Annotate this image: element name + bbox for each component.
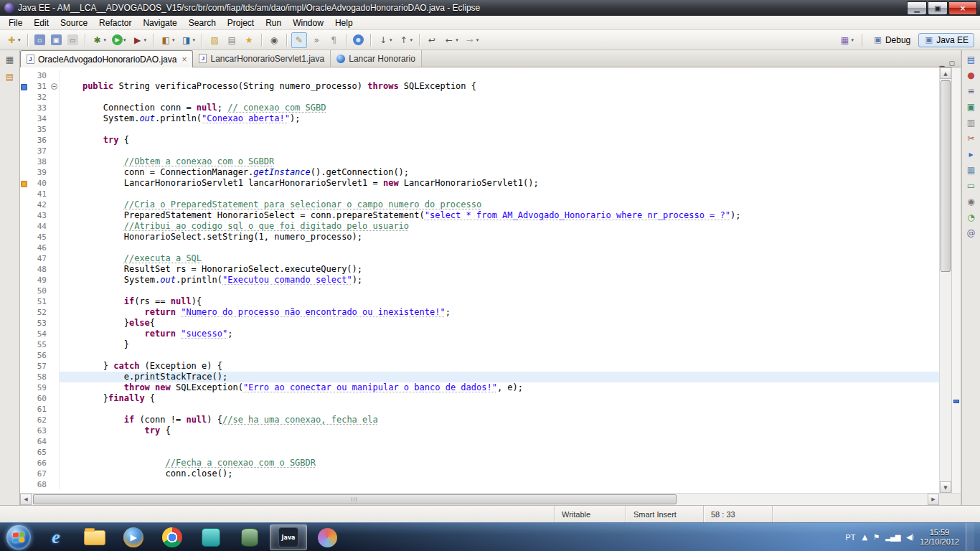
- media-player-taskbar-button[interactable]: ▶: [115, 524, 152, 550]
- code-text[interactable]: [60, 447, 939, 458]
- vertical-scrollbar[interactable]: ▲ ▼: [939, 67, 951, 493]
- marker-column[interactable]: [20, 113, 27, 124]
- line-number[interactable]: 63: [27, 425, 50, 436]
- taskbar-clock[interactable]: 15:59 12/10/2012: [920, 528, 959, 547]
- dropdown-arrow-icon[interactable]: ▾: [476, 37, 479, 43]
- fold-column[interactable]: [50, 339, 60, 350]
- line-number[interactable]: 44: [27, 221, 50, 232]
- code-line-43[interactable]: 43 PreparedStatement HonorarioSelect = c…: [20, 210, 939, 221]
- line-number[interactable]: 51: [27, 296, 50, 307]
- blue-marker-icon[interactable]: [20, 81, 27, 92]
- markers-view-icon[interactable]: ▸: [965, 148, 978, 161]
- code-line-55[interactable]: 55 }: [20, 339, 939, 350]
- code-text[interactable]: LancarHonorarioServlet1 lancarHonorarioS…: [60, 178, 939, 189]
- code-text[interactable]: System.out.println("Executou comando sel…: [60, 275, 939, 286]
- fold-column[interactable]: [50, 382, 60, 393]
- marker-column[interactable]: [20, 382, 27, 393]
- code-text[interactable]: return "sucesso";: [60, 329, 939, 339]
- code-text[interactable]: HonorarioSelect.setString(1, numero_proc…: [60, 232, 939, 242]
- fold-column[interactable]: [50, 372, 60, 382]
- code-line-45[interactable]: 45 HonorarioSelect.setString(1, numero_p…: [20, 232, 939, 242]
- code-line-40[interactable]: 40 LancarHonorarioServlet1 lancarHonorar…: [20, 178, 939, 189]
- horizontal-scrollbar-thumb[interactable]: [33, 494, 677, 504]
- code-line-52[interactable]: 52 return "Numero do processo não encont…: [20, 307, 939, 318]
- outline-view-icon[interactable]: ≡: [965, 85, 978, 98]
- code-line-59[interactable]: 59 throw new SQLException("Erro ao conec…: [20, 382, 939, 393]
- last-edit-location-button[interactable]: ↩: [424, 32, 440, 48]
- scroll-right-icon[interactable]: ▶: [928, 494, 939, 505]
- line-number[interactable]: 47: [27, 253, 50, 264]
- code-text[interactable]: conn = ConnectionManager.getInstance().g…: [60, 167, 939, 178]
- code-text[interactable]: } catch (Exception e) {: [60, 361, 939, 372]
- code-line-50[interactable]: 50: [20, 286, 939, 296]
- fold-column[interactable]: [50, 189, 60, 199]
- dropdown-arrow-icon[interactable]: ▾: [193, 37, 196, 43]
- open-perspective-button[interactable]: ▦ ▾: [837, 32, 856, 48]
- task-list-view-icon[interactable]: ▤: [965, 53, 978, 66]
- code-line-51[interactable]: 51 if(rs == null){: [20, 296, 939, 307]
- fold-column[interactable]: [50, 404, 60, 415]
- line-number[interactable]: 56: [27, 350, 50, 361]
- fold-column[interactable]: [50, 436, 60, 447]
- marker-column[interactable]: [20, 135, 27, 146]
- debug-button[interactable]: ✱▾: [90, 32, 109, 48]
- code-line-57[interactable]: 57 } catch (Exception e) {: [20, 361, 939, 372]
- fold-column[interactable]: [50, 113, 60, 124]
- marker-column[interactable]: [20, 479, 27, 490]
- code-text[interactable]: [60, 436, 939, 447]
- line-number[interactable]: 40: [27, 178, 50, 189]
- marker-column[interactable]: [20, 447, 27, 458]
- fold-column[interactable]: [50, 92, 60, 103]
- menu-project[interactable]: Project: [222, 17, 260, 29]
- javadoc-view-icon[interactable]: @: [965, 227, 978, 240]
- mark-occurrences-button[interactable]: ✎: [291, 32, 307, 48]
- marker-column[interactable]: [20, 264, 27, 275]
- menu-run[interactable]: Run: [260, 17, 287, 29]
- marker-column[interactable]: [20, 296, 27, 307]
- marker-column[interactable]: [20, 156, 27, 167]
- fold-column[interactable]: [50, 361, 60, 372]
- code-line-30[interactable]: 30: [20, 70, 939, 81]
- save-button[interactable]: ▫: [32, 32, 47, 47]
- marker-column[interactable]: [20, 286, 27, 296]
- marker-column[interactable]: [20, 199, 27, 210]
- code-text[interactable]: [60, 404, 939, 415]
- toggle-breadcrumb-button[interactable]: »: [308, 32, 324, 48]
- marker-column[interactable]: [20, 458, 27, 468]
- perspective-debug-button[interactable]: ▣ Debug: [867, 33, 916, 47]
- teal-app-taskbar-button[interactable]: [192, 524, 230, 550]
- code-text[interactable]: [60, 92, 939, 103]
- fold-column[interactable]: [50, 479, 60, 490]
- fold-column[interactable]: [50, 350, 60, 361]
- marker-column[interactable]: [20, 436, 27, 447]
- marker-column[interactable]: [20, 221, 27, 232]
- language-indicator[interactable]: PT: [846, 533, 856, 542]
- code-line-66[interactable]: 66 //Fecha a conexao com o SGBDR: [20, 458, 939, 468]
- code-text[interactable]: e.printStackTrace();: [60, 372, 939, 382]
- marker-column[interactable]: [20, 103, 27, 113]
- line-number[interactable]: 45: [27, 232, 50, 242]
- marker-column[interactable]: [20, 425, 27, 436]
- code-text[interactable]: [60, 479, 939, 490]
- orange-marker-icon[interactable]: [20, 178, 27, 189]
- scroll-up-icon[interactable]: ▲: [940, 67, 951, 79]
- code-line-61[interactable]: 61: [20, 404, 939, 415]
- editor-tab[interactable]: JLancarHonorarioServlet1.java: [193, 50, 331, 67]
- code-line-47[interactable]: 47 //executa a SQL: [20, 253, 939, 264]
- line-number[interactable]: 55: [27, 339, 50, 350]
- marker-column[interactable]: [20, 167, 27, 178]
- line-number[interactable]: 68: [27, 479, 50, 490]
- code-text[interactable]: //Obtem a conexao com o SGBDR: [60, 156, 939, 167]
- code-line-42[interactable]: 42 //Cria o PreparedStatement para selec…: [20, 199, 939, 210]
- line-number[interactable]: 36: [27, 135, 50, 146]
- print-button[interactable]: ▭: [65, 32, 80, 47]
- horizontal-scrollbar[interactable]: ◀ ▶: [20, 493, 939, 505]
- fold-column[interactable]: [50, 468, 60, 479]
- code-text[interactable]: //Fecha a conexao com o SGBDR: [60, 458, 939, 468]
- overview-marker[interactable]: [953, 400, 959, 403]
- dropdown-arrow-icon[interactable]: ▾: [123, 37, 126, 43]
- code-line-62[interactable]: 62 if (conn != null) {//se ha uma conexa…: [20, 415, 939, 425]
- line-number[interactable]: 46: [27, 242, 50, 253]
- code-text[interactable]: //executa a SQL: [60, 253, 939, 264]
- code-text[interactable]: [60, 286, 939, 296]
